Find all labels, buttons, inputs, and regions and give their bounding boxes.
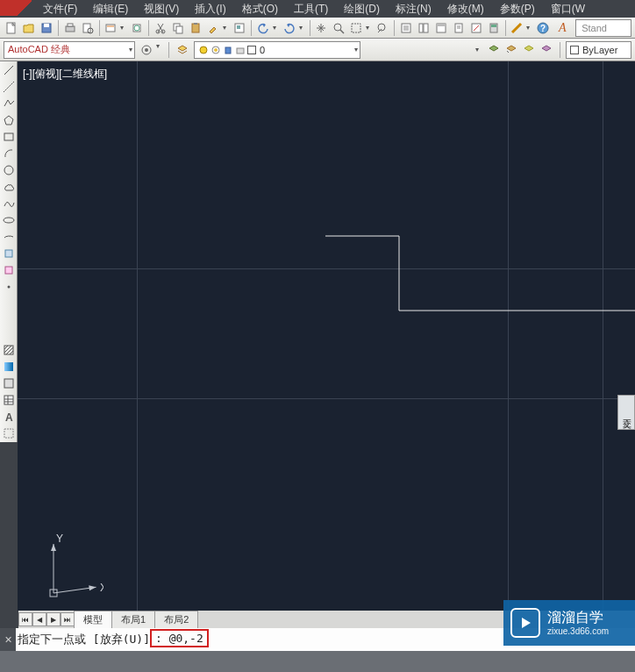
markup-icon[interactable]: [468, 20, 484, 36]
region-icon[interactable]: [2, 376, 16, 390]
construction-line-icon[interactable]: [2, 80, 16, 94]
tab-first-icon[interactable]: ⏮: [18, 612, 32, 626]
menu-modify[interactable]: 修改(M): [439, 0, 492, 18]
ellipse-arc-icon[interactable]: [2, 230, 16, 244]
menu-dim[interactable]: 标注(N): [388, 0, 439, 18]
save-icon[interactable]: [39, 20, 54, 36]
gradient-icon[interactable]: [2, 360, 16, 374]
rectangle-icon[interactable]: [2, 130, 16, 144]
drawing-canvas[interactable]: [-][俯视][二维线框] Y X 正交: [18, 61, 635, 611]
menu-draw[interactable]: 绘图(D): [336, 0, 388, 18]
tab-layout2[interactable]: 布局2: [154, 611, 198, 629]
tab-next-icon[interactable]: ▶: [46, 612, 61, 626]
menu-insert[interactable]: 插入(I): [187, 0, 233, 18]
svg-rect-4: [68, 24, 73, 26]
quickcalc-icon[interactable]: [486, 20, 502, 36]
publish-icon[interactable]: [103, 20, 119, 36]
line-icon[interactable]: [2, 63, 16, 77]
paste-icon[interactable]: [188, 20, 203, 36]
open-file-icon[interactable]: [21, 20, 37, 36]
menu-tools[interactable]: 工具(T): [286, 0, 336, 18]
print-preview-icon[interactable]: [80, 20, 96, 36]
svg-rect-45: [4, 346, 13, 354]
dropdown-arrow-icon[interactable]: ▾: [299, 24, 306, 32]
polyline-icon[interactable]: [2, 97, 16, 111]
tab-model[interactable]: 模型: [74, 611, 112, 629]
dropdown-arrow-icon[interactable]: ▾: [156, 42, 163, 58]
spline-icon[interactable]: [2, 197, 16, 211]
layer-previous-icon[interactable]: [503, 42, 519, 58]
svg-rect-39: [4, 133, 13, 140]
layer-combo[interactable]: 0 ▾: [194, 41, 360, 59]
arc-icon[interactable]: [2, 147, 16, 161]
circle-icon[interactable]: [2, 163, 16, 177]
zoom-realtime-icon[interactable]: [331, 20, 346, 36]
tab-prev-icon[interactable]: ◀: [32, 612, 46, 626]
insert-block-icon[interactable]: [2, 247, 16, 261]
make-block-icon[interactable]: [2, 263, 16, 277]
match-props-icon[interactable]: [205, 20, 221, 36]
polygon-icon[interactable]: [2, 113, 16, 127]
add-selected-icon[interactable]: [2, 426, 16, 440]
table-icon[interactable]: [2, 393, 16, 407]
textstyle-combo[interactable]: Stand: [575, 19, 631, 37]
dropdown-arrow-icon[interactable]: ▾: [526, 24, 533, 32]
svg-rect-50: [4, 429, 13, 438]
mtext-icon[interactable]: A: [2, 410, 16, 424]
tab-layout1[interactable]: 布局1: [111, 611, 155, 629]
tab-last-icon[interactable]: ⏭: [61, 612, 75, 626]
chevron-down-icon: ▾: [354, 46, 358, 54]
new-file-icon[interactable]: [4, 20, 19, 36]
copy-link-icon[interactable]: [129, 20, 145, 36]
menu-view[interactable]: 视图(V): [136, 0, 187, 18]
sheet-set-icon[interactable]: [451, 20, 467, 36]
dropdown-arrow-icon[interactable]: ▾: [475, 46, 482, 54]
svg-text:A: A: [5, 411, 13, 423]
help-icon[interactable]: ?: [535, 20, 551, 36]
ucs-y-label: Y: [56, 533, 63, 545]
svg-text:?: ?: [540, 24, 546, 33]
pan-icon[interactable]: [314, 20, 330, 36]
layer-iso-icon[interactable]: [521, 42, 537, 58]
menu-param[interactable]: 参数(P): [492, 0, 543, 18]
dropdown-arrow-icon[interactable]: ▾: [273, 24, 280, 32]
print-icon[interactable]: [62, 20, 78, 36]
design-center-icon[interactable]: [416, 20, 432, 36]
draw-toolbar: A: [0, 61, 18, 442]
linetype-combo[interactable]: ByLayer: [566, 41, 631, 59]
hatch-icon[interactable]: [2, 343, 16, 357]
drawn-polyline: [325, 236, 635, 311]
ucs-icon: Y X: [33, 533, 103, 604]
menu-window[interactable]: 窗口(W: [543, 0, 593, 18]
ellipse-icon[interactable]: [2, 213, 16, 227]
dropdown-arrow-icon[interactable]: ▾: [366, 24, 373, 32]
layer-state-icon[interactable]: [486, 42, 502, 58]
textstyle-icon[interactable]: A: [554, 20, 570, 36]
point-icon[interactable]: [2, 280, 16, 294]
properties-icon[interactable]: [398, 20, 414, 36]
zoom-previous-icon[interactable]: [375, 20, 390, 36]
menu-edit[interactable]: 编辑(E): [85, 0, 136, 18]
zoom-window-icon[interactable]: [348, 20, 364, 36]
undo-icon[interactable]: [255, 20, 271, 36]
layer-walk-icon[interactable]: [539, 42, 554, 58]
textstyle-label: Stand: [581, 23, 607, 33]
layer-manager-icon[interactable]: [175, 42, 190, 58]
ortho-indicator[interactable]: 正交: [617, 395, 635, 430]
svg-point-41: [4, 218, 14, 223]
dropdown-arrow-icon[interactable]: ▾: [223, 24, 230, 32]
cut-icon[interactable]: [153, 20, 168, 36]
workspace-settings-icon[interactable]: [139, 42, 154, 58]
workspace-combo[interactable]: AutoCAD 经典 ▾: [4, 41, 135, 59]
command-close-button[interactable]: ✕: [0, 628, 16, 651]
svg-rect-37: [225, 47, 231, 54]
menu-format[interactable]: 格式(O): [234, 0, 286, 18]
dropdown-arrow-icon[interactable]: ▾: [120, 24, 127, 32]
redo-icon[interactable]: [282, 20, 297, 36]
menu-file[interactable]: 文件(F): [35, 0, 85, 18]
block-editor-icon[interactable]: [232, 20, 247, 36]
copy-icon[interactable]: [170, 20, 186, 36]
tool-palettes-icon[interactable]: [433, 20, 449, 36]
measure-icon[interactable]: [510, 20, 525, 36]
revision-cloud-icon[interactable]: [2, 180, 16, 194]
